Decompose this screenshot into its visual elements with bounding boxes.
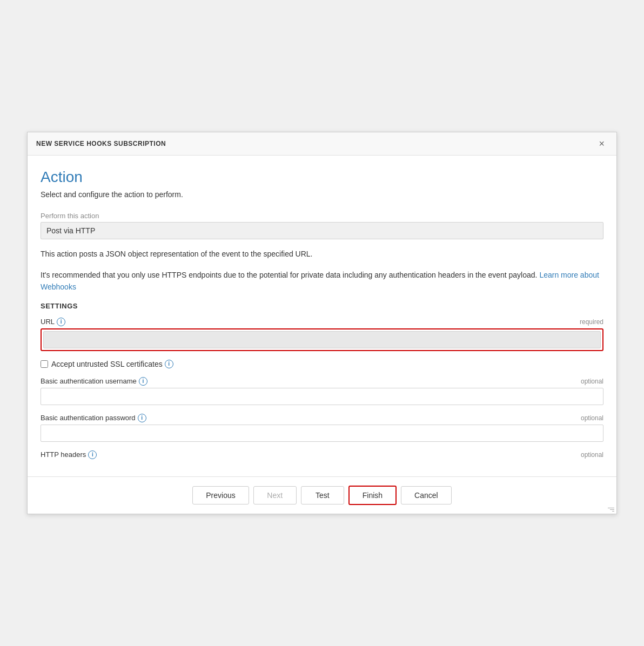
ssl-label[interactable]: Accept untrusted SSL certificates i: [51, 360, 173, 368]
previous-button[interactable]: Previous: [192, 486, 249, 504]
dialog-body: Action Select and configure the action t…: [28, 156, 616, 476]
dialog-footer: Previous Next Test Finish Cancel: [28, 476, 616, 514]
cancel-button[interactable]: Cancel: [401, 486, 452, 504]
url-form-group: URL i required: [41, 318, 603, 351]
http-headers-info-icon[interactable]: i: [88, 450, 97, 459]
description-text-1: This action posts a JSON object represen…: [41, 248, 603, 260]
password-form-group: Basic authentication password i optional: [41, 414, 603, 442]
ssl-checkbox[interactable]: [41, 360, 48, 368]
resize-handle[interactable]: [608, 508, 614, 512]
url-field-header: URL i required: [41, 318, 603, 326]
url-info-icon[interactable]: i: [57, 318, 65, 326]
ssl-checkbox-group: Accept untrusted SSL certificates i: [41, 360, 603, 368]
close-button[interactable]: ×: [595, 138, 608, 150]
page-heading: Action: [41, 169, 603, 186]
test-button[interactable]: Test: [301, 486, 344, 504]
password-label: Basic authentication password: [41, 414, 136, 422]
http-headers-label-wrapper: HTTP headers i: [41, 450, 97, 459]
password-optional-hint: optional: [581, 414, 603, 422]
page-subtitle: Select and configure the action to perfo…: [41, 190, 603, 199]
username-field-header: Basic authentication username i optional: [41, 377, 603, 386]
username-label: Basic authentication username: [41, 377, 137, 385]
url-input[interactable]: [43, 331, 601, 348]
description-text-2: It's recommended that you only use HTTPS…: [41, 269, 603, 293]
username-optional-hint: optional: [581, 378, 603, 385]
dialog-header: NEW SERVICE HOOKS SUBSCRIPTION ×: [28, 132, 616, 156]
description-text-2-content: It's recommended that you only use HTTPS…: [41, 271, 537, 279]
settings-section: SETTINGS URL i required Accept u: [41, 302, 603, 459]
http-headers-form-group: HTTP headers i optional: [41, 450, 603, 459]
finish-button[interactable]: Finish: [348, 486, 397, 505]
http-headers-optional-hint: optional: [581, 451, 603, 459]
username-form-group: Basic authentication username i optional: [41, 377, 603, 405]
username-info-icon[interactable]: i: [139, 377, 147, 386]
username-input[interactable]: [41, 388, 603, 405]
settings-heading: SETTINGS: [41, 302, 603, 310]
action-section: Perform this action Post via HTTP: [41, 212, 603, 239]
url-required-hint: required: [580, 318, 603, 326]
perform-label: Perform this action: [41, 212, 603, 220]
main-dialog: NEW SERVICE HOOKS SUBSCRIPTION × Action …: [27, 132, 617, 514]
http-headers-field-header: HTTP headers i optional: [41, 450, 603, 459]
dialog-title: NEW SERVICE HOOKS SUBSCRIPTION: [36, 140, 166, 147]
username-label-wrapper: Basic authentication username i: [41, 377, 147, 386]
url-label: URL: [41, 318, 55, 326]
ssl-info-icon[interactable]: i: [165, 360, 173, 368]
http-headers-label: HTTP headers: [41, 450, 86, 459]
url-label-wrapper: URL i: [41, 318, 65, 326]
password-input[interactable]: [41, 425, 603, 442]
password-label-wrapper: Basic authentication password i: [41, 414, 146, 422]
ssl-label-text: Accept untrusted SSL certificates: [51, 360, 163, 368]
url-outer-border: [41, 328, 603, 351]
password-field-header: Basic authentication password i optional: [41, 414, 603, 422]
perform-value: Post via HTTP: [41, 222, 603, 239]
next-button: Next: [253, 486, 297, 504]
password-info-icon[interactable]: i: [138, 414, 146, 422]
